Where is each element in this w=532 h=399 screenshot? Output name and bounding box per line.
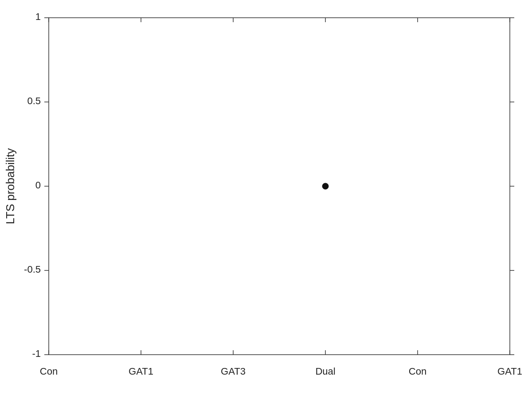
y-tick-label-05: 0.5 [27,95,41,106]
y-axis-label: LTS probability [4,148,17,224]
y-tick-label-n1: -1 [32,348,41,359]
x-label-gat3: GAT3 [221,366,246,377]
x-label-gat1-1: GAT1 [129,366,153,377]
y-tick-label-0: 0 [35,180,41,191]
x-label-con2: Con [409,366,426,377]
chart-svg: 1 0.5 0 -0.5 -1 LTS probability Con GAT1… [0,0,532,399]
x-label-con1: Con [40,366,58,377]
y-tick-label-1: 1 [35,11,41,22]
x-label-dual: Dual [315,366,335,377]
data-point-dual [322,183,329,189]
plot-background [49,18,510,355]
chart-container: 1 0.5 0 -0.5 -1 LTS probability Con GAT1… [0,0,532,399]
x-label-gat1-2: GAT1 [497,366,522,377]
y-tick-label-n05: -0.5 [24,264,41,275]
